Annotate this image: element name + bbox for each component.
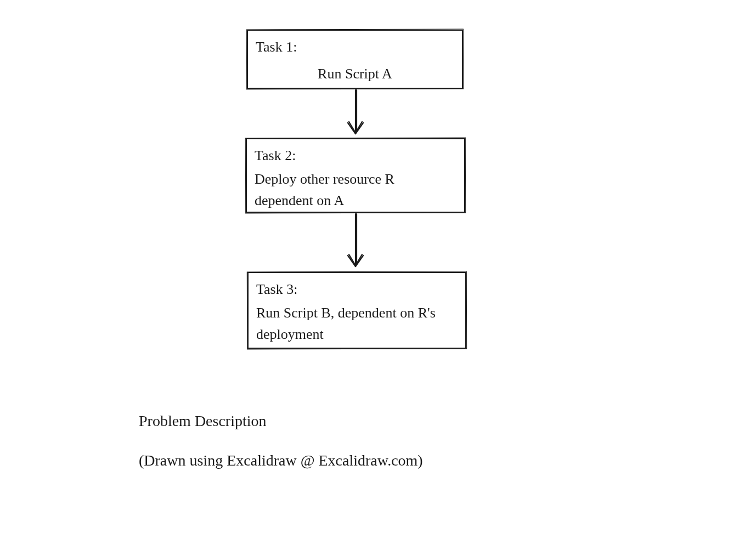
task-3-body: Run Script B, dependent on R's deploymen… xyxy=(256,302,458,345)
task-3-title: Task 3: xyxy=(256,279,458,300)
task-2-title: Task 2: xyxy=(255,145,456,166)
arrow-2 xyxy=(339,213,372,273)
task-1-body: Run Script A xyxy=(256,60,454,88)
arrow-1 xyxy=(339,89,372,139)
task-1-title: Task 1: xyxy=(256,36,454,58)
task-1-box: Task 1: Run Script A xyxy=(247,30,463,89)
diagram-canvas: Task 1: Run Script A Task 2: Deploy othe… xyxy=(0,0,756,556)
caption-title: Problem Description xyxy=(139,410,267,432)
task-2-body: Deploy other resource R dependent on A xyxy=(255,168,456,211)
task-3-box: Task 3: Run Script B, dependent on R's d… xyxy=(247,272,466,349)
task-2-box: Task 2: Deploy other resource R dependen… xyxy=(246,138,465,213)
caption-credit: (Drawn using Excalidraw @ Excalidraw.com… xyxy=(139,450,423,471)
